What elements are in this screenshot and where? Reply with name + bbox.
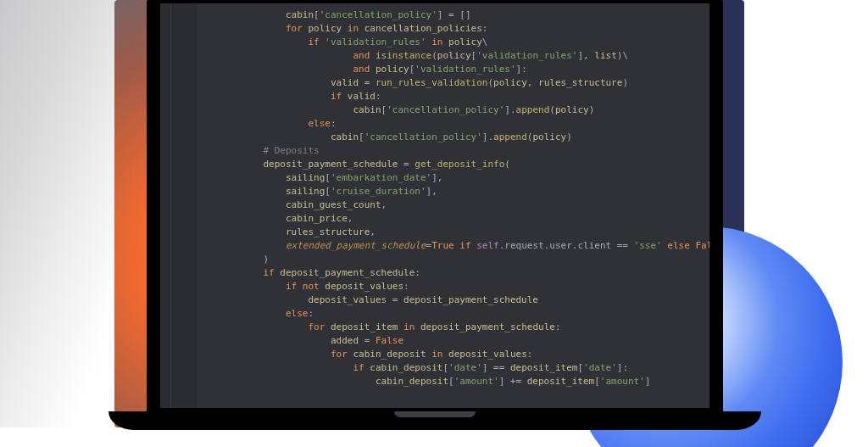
code-line[interactable]: added = False	[196, 334, 709, 348]
code-line[interactable]: for cabin_deposit in deposit_values:	[196, 348, 709, 361]
code-token: get_deposit_info	[415, 159, 504, 170]
code-token: True	[431, 240, 454, 251]
code-editor[interactable]: cabin['cancellation_policy'] = [] for po…	[160, 3, 709, 408]
bg-noise-left	[0, 0, 114, 427]
code-token: ,	[527, 77, 538, 88]
code-line[interactable]: cabin['cancellation_policy'].append(poli…	[196, 103, 709, 117]
code-line[interactable]: and policy['validation_rules']:	[196, 63, 709, 76]
trackpad-notch	[394, 411, 476, 417]
code-token: deposit_values	[308, 294, 387, 305]
code-token: extended_payment_schedule	[286, 240, 426, 251]
code-line[interactable]: cabin['cancellation_policy'].append(poli…	[196, 131, 709, 144]
code-line[interactable]: sailing['embarkation_date'],	[196, 171, 709, 185]
code-token: cabin_deposit	[370, 362, 442, 373]
editor-gutter	[160, 3, 197, 408]
code-line[interactable]: if cabin_deposit['date'] == deposit_item…	[196, 361, 709, 375]
code-line[interactable]: else:	[196, 117, 709, 131]
code-line[interactable]: valid = run_rules_validation(policy, rul…	[196, 76, 709, 90]
code-token: ] +=	[499, 376, 527, 387]
code-area[interactable]: cabin['cancellation_policy'] = [] for po…	[196, 8, 709, 408]
code-token: cabin_deposit	[353, 349, 426, 360]
code-token: policy	[448, 36, 482, 47]
code-token: if not	[286, 281, 325, 292]
code-token: cabin_price	[286, 213, 348, 224]
code-token: if	[454, 240, 477, 251]
code-line[interactable]: and isinstance(policy['validation_rules'…	[196, 49, 709, 63]
code-line[interactable]: cabin_guest_count,	[196, 198, 709, 212]
code-token: :	[527, 349, 533, 360]
code-token: cabin_deposit	[376, 376, 448, 387]
code-token: valid	[331, 77, 359, 88]
code-token: )\	[617, 50, 628, 61]
code-line[interactable]: cabin_deposit['amount'] += deposit_item[…	[196, 375, 709, 388]
code-line[interactable]: deposit_payment_schedule = get_deposit_i…	[196, 158, 709, 171]
code-token: added	[331, 335, 359, 346]
code-token: cabin_guest_count	[286, 199, 381, 210]
code-token: deposit_item	[510, 362, 577, 373]
code-line[interactable]: # Deposits	[196, 144, 709, 158]
code-token: deposit_payment_schedule	[263, 159, 398, 170]
code-token: policy	[437, 50, 471, 61]
code-token: [	[594, 376, 600, 387]
code-token: 'amount'	[454, 376, 499, 387]
code-token: deposit_item	[331, 321, 398, 332]
code-token: :	[331, 118, 337, 129]
code-token: else	[662, 240, 696, 251]
code-line[interactable]: )	[196, 253, 709, 266]
code-token: :	[308, 308, 314, 319]
code-token: and	[353, 64, 376, 75]
laptop-base	[108, 411, 761, 430]
code-token: deposit_payment_schedule	[403, 294, 538, 305]
code-token: rules_structure	[538, 77, 622, 88]
code-token: ,	[381, 199, 387, 210]
code-token: if	[331, 91, 348, 102]
code-line[interactable]: else:	[196, 307, 709, 321]
code-line[interactable]: cabin['cancellation_policy'] = []	[196, 8, 709, 22]
code-line[interactable]: if valid:	[196, 90, 709, 103]
code-line[interactable]: for deposit_item in deposit_payment_sche…	[196, 321, 709, 334]
code-line[interactable]: if 'validation_rules' in policy\	[196, 36, 709, 49]
code-token: cabin	[353, 104, 381, 115]
code-line[interactable]: if deposit_payment_schedule:	[196, 266, 709, 280]
code-token: list	[594, 50, 617, 61]
code-token: 'validation_rules'	[325, 36, 426, 47]
code-token: ]	[645, 376, 651, 387]
code-token: for	[331, 349, 353, 360]
code-line[interactable]: extended_payment_schedule=True if self.r…	[196, 239, 709, 253]
code-token: [	[325, 186, 331, 197]
code-line[interactable]: deposit_values = deposit_payment_schedul…	[196, 293, 709, 307]
code-line[interactable]: sailing['cruise_duration'],	[196, 185, 709, 198]
code-line[interactable]: if not deposit_values:	[196, 280, 709, 293]
code-token: )	[263, 254, 269, 265]
code-line[interactable]: rules_structure,	[196, 226, 709, 239]
code-token: \	[482, 36, 488, 47]
laptop-screen: cabin['cancellation_policy'] = [] for po…	[147, 0, 723, 411]
code-token: (	[504, 159, 510, 170]
code-token: run_rules_validation	[376, 77, 487, 88]
code-token: =	[387, 294, 403, 305]
code-token: # Deposits	[263, 145, 319, 156]
code-token: policy	[555, 104, 589, 115]
code-token: 'embarkation_date'	[331, 172, 431, 183]
code-token: policy	[493, 77, 527, 88]
code-token: :	[403, 281, 409, 292]
code-token: 'validation_rules'	[415, 64, 515, 75]
code-token: 'amount'	[600, 376, 645, 387]
code-token: 'cancellation_policy'	[364, 131, 482, 142]
code-token: :	[482, 23, 488, 34]
code-token: ].	[482, 131, 493, 142]
code-token: ] = []	[437, 9, 471, 20]
code-line[interactable]: cabin_price,	[196, 212, 709, 226]
code-token: ],	[426, 186, 437, 197]
code-token: isinstance	[376, 50, 431, 61]
code-token: [	[325, 172, 331, 183]
code-line[interactable]: for policy in cancellation_policies:	[196, 22, 709, 36]
code-token: False	[376, 335, 403, 346]
code-token: 'cancellation_policy'	[387, 104, 504, 115]
code-token: 'sse'	[634, 240, 662, 251]
code-token: in	[398, 321, 420, 332]
code-token: and	[353, 50, 376, 61]
code-token: append	[516, 104, 550, 115]
code-token: deposit_values	[325, 281, 403, 292]
code-token: in	[342, 23, 364, 34]
